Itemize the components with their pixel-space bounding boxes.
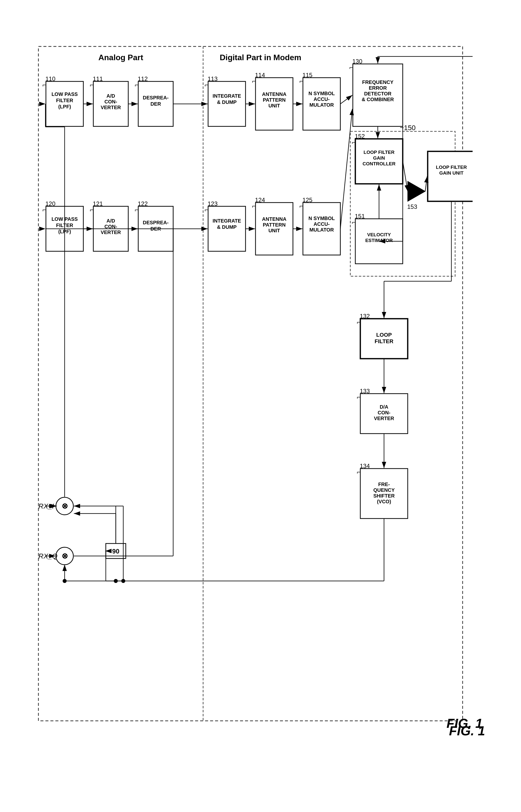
svg-text:123: 123 (208, 200, 218, 207)
svg-text:A/D: A/D (107, 93, 115, 99)
svg-text:122: 122 (138, 200, 148, 207)
svg-text:ANTENNA: ANTENNA (262, 91, 287, 97)
svg-text:& DUMP: & DUMP (217, 224, 237, 230)
svg-text:& DUMP: & DUMP (217, 100, 237, 105)
svg-text:DER: DER (151, 101, 161, 107)
svg-line-105 (340, 95, 352, 104)
svg-text:A/D: A/D (107, 218, 115, 223)
fig-title: FIG. 1 (449, 723, 485, 738)
page: FIG. 1 Digital Part in Modem Analog Part… (0, 0, 521, 812)
svg-text:⌐: ⌐ (352, 219, 355, 226)
svg-text:111: 111 (93, 76, 103, 82)
svg-text:132: 132 (360, 313, 370, 319)
diagram-container: FIG. 1 Digital Part in Modem Analog Part… (23, 31, 498, 781)
svg-text:PATTERN: PATTERN (263, 97, 286, 103)
svg-text:115: 115 (302, 72, 312, 79)
svg-text:153: 153 (407, 203, 417, 210)
svg-text:⌐: ⌐ (357, 393, 360, 400)
svg-text:VERTER: VERTER (374, 415, 394, 421)
triangle-153 (408, 181, 425, 201)
svg-text:FREQUENCY: FREQUENCY (362, 80, 393, 85)
svg-text:⌐: ⌐ (299, 202, 303, 209)
svg-text:N SYMBOL: N SYMBOL (309, 216, 335, 221)
svg-text:112: 112 (138, 76, 148, 82)
svg-text:125: 125 (302, 197, 312, 203)
svg-text:UNIT: UNIT (269, 103, 280, 108)
svg-text:INTEGRATE: INTEGRATE (212, 218, 241, 223)
svg-text:FILTER: FILTER (56, 98, 73, 103)
svg-line-115 (425, 176, 427, 191)
svg-text:ESTIMATOR: ESTIMATOR (365, 238, 393, 243)
svg-text:FRE-: FRE- (378, 482, 390, 487)
svg-text:130: 130 (352, 58, 362, 65)
svg-text:114: 114 (255, 72, 265, 79)
svg-text:GAIN: GAIN (373, 155, 385, 161)
svg-text:⌐: ⌐ (42, 81, 46, 88)
svg-text:⌐: ⌐ (205, 206, 208, 213)
svg-text:GAIN UNIT: GAIN UNIT (439, 170, 463, 176)
svg-text:UNIT: UNIT (269, 228, 280, 233)
svg-text:⌐: ⌐ (90, 206, 93, 213)
svg-text:⌐: ⌐ (252, 78, 255, 84)
svg-text:MULATOR: MULATOR (310, 227, 334, 233)
svg-text:⌐: ⌐ (357, 469, 360, 475)
svg-text:⌐: ⌐ (90, 81, 93, 88)
svg-text:(VCO): (VCO) (377, 499, 391, 504)
svg-text:⊗: ⊗ (62, 552, 68, 560)
svg-text:133: 133 (360, 388, 370, 394)
svg-text:⌐: ⌐ (135, 206, 138, 213)
svg-text:⌐: ⌐ (205, 81, 208, 88)
svg-text:120: 120 (45, 200, 55, 207)
block-loop-filter-gain-unit (428, 151, 473, 201)
analog-label: Analog Part (98, 53, 143, 62)
svg-text:90: 90 (112, 548, 119, 555)
svg-text:LOOP FILTER: LOOP FILTER (364, 150, 394, 155)
svg-text:⌐: ⌐ (252, 202, 255, 209)
svg-text:LOOP: LOOP (376, 332, 392, 338)
svg-text:DESPREA-: DESPREA- (143, 220, 168, 225)
svg-text:LOOP FILTER: LOOP FILTER (436, 165, 467, 170)
svg-text:FILTER: FILTER (375, 338, 393, 344)
svg-text:DESPREA-: DESPREA- (143, 95, 168, 101)
svg-text:113: 113 (208, 76, 218, 82)
svg-text:⌐: ⌐ (135, 81, 138, 88)
svg-text:CON-: CON- (104, 224, 117, 229)
svg-text:ERROR: ERROR (369, 85, 387, 91)
svg-text:VELOCITY: VELOCITY (367, 232, 391, 237)
svg-text:SHIFTER: SHIFTER (373, 493, 395, 498)
svg-text:ACCU-: ACCU- (314, 221, 330, 227)
svg-text:124: 124 (255, 197, 265, 203)
svg-text:⌐: ⌐ (349, 64, 353, 71)
svg-text:VERTER: VERTER (100, 230, 121, 235)
svg-text:VERTER: VERTER (100, 105, 121, 110)
svg-text:~150: ~150 (400, 124, 415, 132)
svg-text:⌐: ⌐ (352, 139, 355, 146)
svg-text:CONTROLLER: CONTROLLER (363, 161, 395, 166)
svg-text:ACCU-: ACCU- (314, 97, 330, 102)
diagram-svg: Digital Part in Modem Analog Part LOW PA… (23, 31, 473, 756)
svg-text:(LPF): (LPF) (58, 104, 71, 109)
svg-text:& COMBINER: & COMBINER (362, 97, 394, 102)
svg-text:⌐: ⌐ (299, 78, 303, 84)
svg-text:⌐: ⌐ (357, 319, 360, 325)
svg-text:121: 121 (93, 200, 103, 207)
svg-text:PATTERN: PATTERN (263, 222, 286, 228)
svg-text:151: 151 (355, 213, 365, 219)
svg-text:⌐: ⌐ (42, 206, 46, 213)
svg-text:D/A: D/A (380, 404, 388, 410)
svg-text:N SYMBOL: N SYMBOL (309, 91, 335, 96)
svg-text:CON-: CON- (378, 410, 390, 415)
svg-text:MULATOR: MULATOR (310, 102, 334, 108)
svg-text:152: 152 (355, 133, 365, 140)
svg-text:⊗: ⊗ (62, 502, 68, 510)
svg-text:DETECTOR: DETECTOR (364, 91, 391, 97)
svg-text:CON-: CON- (104, 99, 117, 104)
svg-text:110: 110 (45, 76, 55, 82)
svg-text:QUENCY: QUENCY (373, 487, 395, 493)
svg-text:INTEGRATE: INTEGRATE (212, 93, 241, 99)
svg-line-113 (403, 162, 408, 191)
digital-label: Digital Part in Modem (220, 53, 301, 62)
svg-text:LOW PASS: LOW PASS (51, 91, 77, 97)
svg-text:ANTENNA: ANTENNA (262, 216, 287, 222)
svg-text:134: 134 (360, 463, 370, 469)
